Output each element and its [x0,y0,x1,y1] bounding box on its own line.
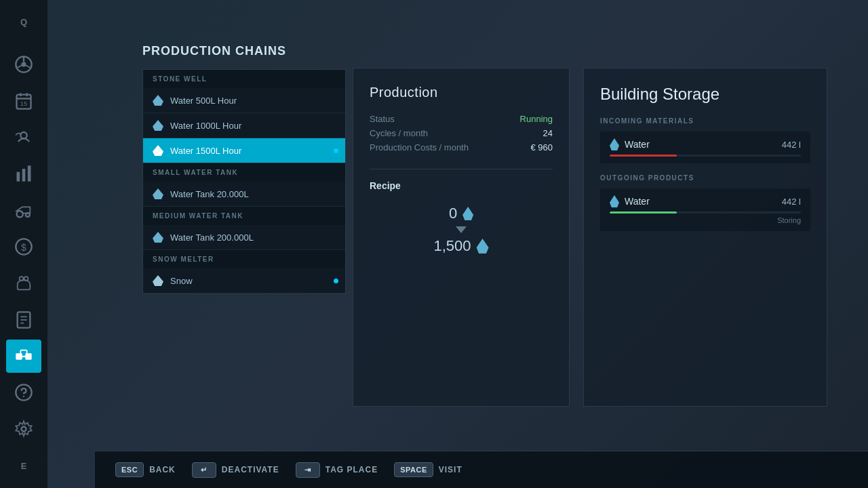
weather-icon [14,127,33,146]
enter-key: ↵ [192,462,216,478]
recipe-arrow-icon [456,226,467,233]
chains-title: PRODUCTION CHAINS [142,44,346,58]
visit-button[interactable]: SPACE VISIT [394,462,462,477]
svg-point-29 [23,396,24,397]
recipe-title: Recipe [370,180,553,191]
outgoing-progress-fill [610,211,677,214]
svg-point-10 [20,132,26,138]
sidebar-item-animals[interactable] [6,266,41,300]
cycles-row: Cycles / month 24 [370,128,553,138]
sidebar-item-tutorial[interactable] [6,375,41,409]
chain-item-water-tank-20[interactable]: Water Tank 20.000L [143,182,345,207]
deactivate-button[interactable]: ↵ DEACTIVATE [192,462,279,478]
tab-key: ⇥ [296,462,320,478]
incoming-water-amount: 442 l [782,140,801,150]
chain-item-water-tank-200[interactable]: Water Tank 200.000L [143,225,345,250]
sidebar-item-calendar[interactable]: 15 [6,84,41,118]
chain-item-water-1500[interactable]: Water 1500L Hour [143,138,345,163]
cycles-value: 24 [543,128,553,138]
storage-panel: Building Storage INCOMING MATERIALS Wate… [583,68,827,407]
tractor-icon [14,201,33,220]
chain-item-water-500[interactable]: Water 500L Hour [143,88,345,113]
sidebar-item-q[interactable]: Q [6,5,41,39]
sidebar-item-tractor[interactable] [6,193,41,227]
sidebar-item-e[interactable]: E [6,449,41,483]
contracts-icon [14,310,33,329]
outgoing-label: OUTGOING PRODUCTS [600,174,810,182]
sidebar-item-money[interactable]: $ [6,230,41,264]
sidebar-item-weather[interactable] [6,121,41,155]
incoming-water-icon [610,138,619,150]
sidebar-item-stats[interactable] [6,157,41,190]
sidebar-item-production[interactable] [6,340,41,373]
production-panel-title: Production [370,85,553,100]
back-button[interactable]: ESC BACK [115,462,176,477]
active-dot [334,148,338,153]
recipe-output-row: 1,500 [433,237,488,255]
money-icon: $ [14,237,33,256]
water-drop-icon [153,188,163,199]
space-key: SPACE [394,462,433,477]
outgoing-water-name: Water [625,196,650,207]
outgoing-item-header: Water 442 l [610,195,801,207]
bottom-bar: ESC BACK ↵ DEACTIVATE ⇥ TAG PLACE SPACE … [95,451,868,488]
svg-line-4 [26,65,30,68]
incoming-progress-fill [610,155,677,157]
stats-icon [14,164,33,183]
water-drop-icon [153,145,163,156]
production-panel: Production Status Running Cycles / month… [353,68,570,407]
category-stone-well: STONE WELL [143,70,345,88]
outgoing-water-icon [610,195,619,207]
svg-rect-11 [17,172,20,182]
incoming-label: INCOMING MATERIALS [600,117,810,125]
snow-icon [153,275,163,286]
svg-text:15: 15 [20,100,27,107]
category-small-water-tank: SMALL WATER TANK [143,163,345,182]
svg-text:$: $ [21,242,26,253]
svg-rect-13 [28,166,31,182]
gear-icon [14,420,33,439]
production-icon [14,347,33,366]
incoming-item-header: Water 442 l [610,138,801,150]
recipe-input-value: 0 [449,205,457,222]
costs-label: Production Costs / month [370,142,469,152]
active-dot [334,279,338,283]
animals-icon [14,274,33,293]
sidebar-item-contracts[interactable] [6,303,41,337]
svg-point-1 [22,62,26,66]
chain-item-snow[interactable]: Snow [143,268,345,293]
status-row: Status Running [370,114,553,124]
incoming-water-name: Water [625,139,650,150]
tag-place-label: TAG PLACE [326,465,378,474]
svg-point-30 [22,427,26,432]
recipe-area: 0 1,500 [370,205,553,255]
chain-item-water-1000[interactable]: Water 1000L Hour [143,113,345,138]
tutorial-icon [14,383,33,402]
costs-row: Production Costs / month € 960 [370,142,553,152]
water-drop-output-icon [477,239,489,253]
category-medium-water-tank: MEDIUM WATER TANK [143,207,345,225]
sidebar-item-steering[interactable] [6,47,41,81]
visit-label: VISIT [439,465,462,474]
svg-rect-12 [22,169,26,182]
outgoing-progress-bar [610,211,801,214]
chains-list: STONE WELL Water 500L Hour Water 1000L H… [142,69,346,294]
sidebar-item-settings[interactable] [6,412,41,446]
incoming-water-item: Water 442 l [600,131,810,163]
tag-place-button[interactable]: ⇥ TAG PLACE [296,462,378,478]
water-drop-icon [153,232,163,243]
production-stats: Status Running Cycles / month 24 Product… [370,114,553,152]
storage-panel-title: Building Storage [600,85,810,104]
outgoing-status: Storing [610,216,801,224]
status-value: Running [520,114,553,124]
water-drop-icon [153,95,163,106]
outgoing-water-item: Water 442 l Storing [600,188,810,231]
outgoing-item-left: Water [610,195,650,207]
recipe-input-row: 0 [449,205,473,222]
incoming-item-left: Water [610,138,650,150]
main-area: PRODUCTION CHAINS STONE WELL Water 500L … [47,0,868,488]
water-drop-icon [153,120,163,131]
q-icon: Q [20,17,27,27]
incoming-progress-bar [610,155,801,157]
water-drop-input-icon [462,207,473,220]
